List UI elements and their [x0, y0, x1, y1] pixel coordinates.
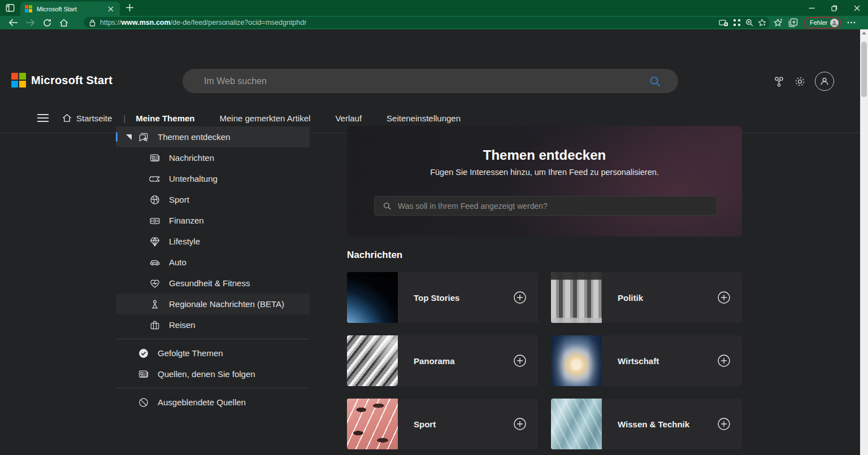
sidebar-item-reisen[interactable]: Reisen: [116, 314, 310, 335]
diamond-icon: [149, 236, 161, 247]
add-topic-button[interactable]: [513, 417, 527, 431]
add-favorite-star-icon[interactable]: [758, 19, 766, 27]
forward-button[interactable]: [21, 16, 38, 29]
card-label: Wissen & Technik: [618, 419, 717, 429]
add-topic-button[interactable]: [717, 417, 731, 431]
sidebar-item-regionale-nachrichten[interactable]: Regionale Nachrichten (BETA): [116, 294, 310, 314]
home-button[interactable]: [55, 16, 72, 29]
close-button[interactable]: [845, 0, 868, 16]
card-label: Politik: [618, 293, 717, 303]
add-topic-button[interactable]: [513, 291, 527, 304]
collections-icon[interactable]: [788, 18, 798, 27]
browser-profile-button[interactable]: Fehler: [804, 17, 841, 29]
banner-title: Themen entdecken: [347, 147, 742, 163]
add-topic-button[interactable]: [717, 354, 731, 368]
topic-card-top-stories[interactable]: Top Stories: [347, 272, 538, 323]
zoom-icon[interactable]: [745, 19, 753, 27]
topic-cards-grid: Top Stories Politik Panorama: [347, 272, 742, 449]
nav-item-verlauf[interactable]: Verlauf: [335, 113, 362, 123]
feed-search-bar[interactable]: [374, 196, 717, 216]
card-label: Top Stories: [414, 293, 513, 303]
ticket-icon: [149, 173, 161, 185]
hamburger-menu-icon[interactable]: [37, 114, 49, 122]
sidebar-item-gesundheit-fitness[interactable]: Gesundheit & Fitness: [116, 273, 310, 294]
collapse-caret-icon[interactable]: [126, 134, 132, 140]
browser-tab[interactable]: Microsoft Start: [20, 2, 120, 16]
card-image-laboratory: [551, 399, 602, 449]
topic-card-panorama[interactable]: Panorama: [347, 335, 538, 386]
ball-icon: [149, 194, 161, 205]
web-search-input[interactable]: [183, 76, 649, 86]
add-topic-button[interactable]: [513, 354, 527, 368]
add-topic-button[interactable]: [717, 291, 731, 304]
back-button[interactable]: [5, 16, 21, 29]
window-controls: [800, 0, 868, 16]
account-avatar-button[interactable]: [815, 72, 834, 91]
brand[interactable]: Microsoft Start: [11, 73, 112, 88]
topic-card-wissen-technik[interactable]: Wissen & Technik: [551, 399, 742, 449]
new-tab-button[interactable]: [125, 3, 134, 12]
sidebar-item-label: Auto: [169, 257, 186, 267]
microsoft-logo: [11, 73, 26, 88]
search-icon: [383, 202, 392, 211]
card-image-folded-newspapers: [347, 335, 398, 386]
rewards-icon[interactable]: [773, 76, 785, 88]
search-icon[interactable]: [649, 75, 661, 88]
sidebar-item-quellen-folgen[interactable]: Quellen, denen Sie folgen: [116, 364, 310, 384]
toolbar-right: Fehler: [773, 16, 856, 29]
browser-window: Microsoft Start: [0, 0, 868, 455]
scrollbar-thumb[interactable]: [861, 42, 867, 97]
topic-card-politik[interactable]: Politik: [551, 272, 742, 323]
send-to-devices-icon[interactable]: [719, 19, 728, 27]
blocked-icon: [137, 397, 150, 408]
card-image-skyscrapers: [551, 335, 602, 386]
newspaper-icon: [149, 152, 161, 164]
sidebar-item-unterhaltung[interactable]: Unterhaltung: [116, 168, 310, 189]
topic-card-sport[interactable]: Sport: [347, 399, 538, 449]
sidebar-item-label: Ausgeblendete Quellen: [158, 397, 246, 407]
suitcase-icon: [149, 320, 161, 331]
lock-icon[interactable]: [89, 19, 96, 27]
banner-subtitle: Fügen Sie Interessen hinzu, um Ihren Fee…: [347, 168, 742, 177]
sidebar-item-gefolgte-themen[interactable]: Gefolgte Themen: [116, 343, 310, 364]
settings-gear-icon[interactable]: [794, 76, 806, 88]
msn-page: Microsoft Start: [0, 29, 860, 455]
car-icon: [149, 257, 161, 268]
nav-item-seiteneinstellungen[interactable]: Seiteneinstellungen: [387, 113, 461, 123]
card-image-earth-from-space: [347, 272, 398, 323]
sidebar-item-label: Quellen, denen Sie folgen: [158, 369, 255, 379]
sidebar-item-finanzen[interactable]: Finanzen: [116, 210, 310, 231]
restore-button[interactable]: [823, 0, 845, 16]
sidebar-item-label: Nachrichten: [169, 153, 214, 163]
sidebar-item-auto[interactable]: Auto: [116, 252, 310, 273]
nav-item-gemerkte-artikel[interactable]: Meine gemerkten Artikel: [219, 113, 310, 123]
card-image-classical-columns: [551, 272, 602, 323]
heart-pulse-icon: [149, 278, 161, 289]
sidebar-item-ausgeblendete-quellen[interactable]: Ausgeblendete Quellen: [116, 392, 310, 413]
minimize-button[interactable]: [800, 0, 823, 16]
sidebar-item-sport[interactable]: Sport: [116, 189, 310, 210]
feed-search-input[interactable]: [397, 201, 717, 211]
nav-divider: |: [123, 113, 125, 123]
sidebar-item-lifestyle[interactable]: Lifestyle: [116, 231, 310, 252]
refresh-button[interactable]: [38, 16, 55, 29]
scrollbar-up-arrow[interactable]: [862, 32, 866, 34]
sidebar-item-label: Gefolgte Themen: [158, 348, 223, 358]
sidebar-item-themen-entdecken[interactable]: Themen entdecken: [116, 126, 310, 147]
tab-actions-icon[interactable]: [5, 3, 16, 13]
reading-grid-icon[interactable]: [733, 19, 741, 27]
url-text[interactable]: https://www.msn.com/de-de/feed/personali…: [100, 19, 719, 27]
tab-close-icon[interactable]: [106, 5, 115, 14]
topics-discover-icon: [137, 132, 150, 143]
selection-accent-bar: [116, 132, 118, 142]
sparkle-star-icon[interactable]: [773, 18, 783, 27]
nav-item-meine-themen[interactable]: Meine Themen: [136, 113, 194, 123]
sidebar-item-nachrichten[interactable]: Nachrichten: [116, 147, 310, 168]
topic-card-wirtschaft[interactable]: Wirtschaft: [551, 335, 742, 386]
more-options-icon[interactable]: [847, 21, 856, 24]
web-search-bar[interactable]: [183, 69, 678, 93]
address-bar[interactable]: https://www.msn.com/de-de/feed/personali…: [84, 17, 770, 28]
sidebar-item-label: Gesundheit & Fitness: [169, 278, 250, 288]
nav-item-startseite[interactable]: Startseite: [62, 113, 112, 123]
microsoft-favicon: [25, 5, 32, 12]
